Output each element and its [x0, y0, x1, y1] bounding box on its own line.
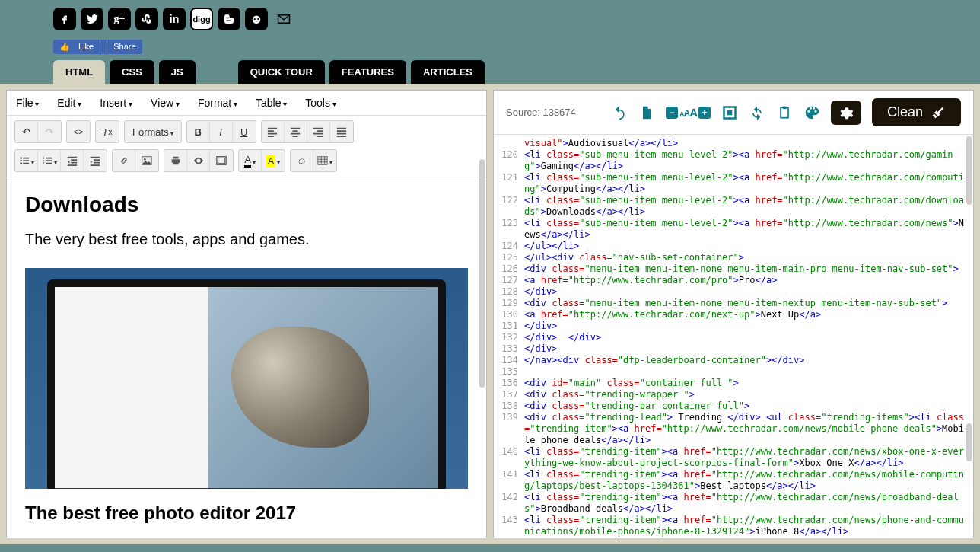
- tab-js[interactable]: JS: [159, 60, 196, 84]
- svg-point-11: [144, 158, 146, 161]
- code-line: 137<div class="trending-wrapper ">: [494, 389, 973, 400]
- editor-menubar: FileEditInsertViewFormatTableTools: [7, 91, 486, 116]
- emoji-button[interactable]: ☺: [291, 150, 313, 171]
- clear-format-button[interactable]: Tx: [96, 121, 119, 142]
- svg-rect-14: [318, 157, 327, 165]
- menu-tools[interactable]: Tools: [305, 97, 336, 109]
- code-line: 122<li class="sub-menu-item menu-level-2…: [494, 195, 973, 218]
- svg-point-2: [257, 18, 259, 20]
- source-code-button[interactable]: <>: [67, 121, 90, 142]
- stumbleupon-icon[interactable]: [135, 8, 158, 30]
- tab-articles[interactable]: ARTICLES: [411, 60, 485, 84]
- align-center-button[interactable]: [285, 121, 307, 142]
- linkedin-icon[interactable]: in: [163, 8, 186, 30]
- code-line: 121<li class="sub-menu-item menu-level-2…: [494, 172, 973, 195]
- social-row: g+ in digg: [53, 8, 927, 30]
- source-scrollbar[interactable]: [966, 136, 972, 205]
- reddit-icon[interactable]: [245, 8, 268, 30]
- compress-button[interactable]: [721, 104, 738, 121]
- menu-view[interactable]: View: [151, 97, 180, 109]
- clean-button-label: Clean: [887, 104, 923, 120]
- bg-color-button[interactable]: A: [262, 150, 285, 171]
- italic-button[interactable]: I: [210, 121, 233, 142]
- text-color-button[interactable]: A: [239, 150, 262, 171]
- svg-rect-16: [727, 110, 733, 115]
- palette-button[interactable]: [803, 104, 820, 121]
- print-button[interactable]: [164, 150, 187, 171]
- align-left-button[interactable]: [262, 121, 285, 142]
- fullscreen-button[interactable]: [210, 150, 233, 171]
- font-decrease-button[interactable]: −: [666, 107, 678, 119]
- menu-file[interactable]: File: [16, 97, 39, 109]
- source-code-pane: Source: 138674 − AAA + Clean visual">Aud…: [493, 90, 974, 538]
- nav-tabs: HTMLCSSJSQUICK TOURFEATURESARTICLES: [0, 60, 980, 84]
- formats-dropdown[interactable]: Formats: [125, 121, 181, 142]
- email-icon[interactable]: [272, 8, 295, 30]
- number-list-button[interactable]: 123: [38, 150, 61, 171]
- tab-quicktour[interactable]: QUICK TOUR: [238, 60, 325, 84]
- code-line: 142<li class="trending-item"><a href="ht…: [494, 492, 973, 515]
- font-size-control[interactable]: − AAA +: [666, 106, 711, 120]
- twitter-icon[interactable]: [81, 8, 103, 30]
- code-line: 141<li class="trending-item"><a href="ht…: [494, 469, 973, 492]
- undo-button[interactable]: ↶: [15, 121, 38, 142]
- svg-point-4: [20, 157, 22, 159]
- code-line: 126<div class="menu-item menu-item-none …: [494, 263, 973, 275]
- underline-button[interactable]: U: [233, 121, 256, 142]
- indent-button[interactable]: [84, 150, 107, 171]
- new-doc-button[interactable]: [638, 104, 655, 121]
- menu-table[interactable]: Table: [256, 97, 287, 109]
- code-line: 128</div>: [494, 286, 973, 298]
- link-button[interactable]: [113, 150, 135, 171]
- code-line: 143<li class="trending-item"><a href="ht…: [494, 515, 973, 538]
- bullet-list-button[interactable]: [15, 150, 38, 171]
- fb-like-widget[interactable]: 👍 Like Share: [53, 40, 142, 54]
- svg-rect-13: [218, 158, 225, 164]
- code-line: 131</div>: [494, 321, 973, 332]
- font-increase-button[interactable]: +: [698, 107, 711, 119]
- facebook-icon[interactable]: [53, 8, 76, 30]
- clean-button[interactable]: Clean: [872, 98, 961, 126]
- content-h1: Downloads: [25, 193, 468, 217]
- code-line: 120<li class="sub-menu-item menu-level-2…: [494, 149, 973, 172]
- bold-button[interactable]: B: [187, 121, 210, 142]
- svg-point-0: [253, 16, 261, 24]
- image-button[interactable]: [135, 150, 158, 171]
- source-scrollbar[interactable]: [966, 423, 972, 461]
- code-line: 136<div id="main" class="container full …: [494, 378, 973, 389]
- menu-format[interactable]: Format: [198, 97, 237, 109]
- svg-point-6: [20, 162, 22, 164]
- blogger-icon[interactable]: [218, 8, 240, 30]
- code-line: 138<div class="trending-bar container fu…: [494, 400, 973, 412]
- menu-insert[interactable]: Insert: [100, 97, 132, 109]
- clipboard-button[interactable]: [776, 104, 793, 121]
- refresh-button[interactable]: [749, 104, 765, 121]
- align-right-button[interactable]: [307, 121, 330, 142]
- tab-html[interactable]: HTML: [53, 60, 105, 84]
- tab-css[interactable]: CSS: [110, 60, 154, 84]
- googleplus-icon[interactable]: g+: [108, 8, 131, 30]
- table-button[interactable]: [313, 150, 336, 171]
- svg-point-1: [254, 18, 256, 20]
- fb-like-label: Like: [72, 40, 100, 53]
- redo-button[interactable]: ↷: [38, 121, 61, 142]
- settings-button[interactable]: [831, 101, 861, 125]
- preview-button[interactable]: [187, 150, 210, 171]
- tab-features[interactable]: FEATURES: [329, 60, 406, 84]
- fb-share-label: Share: [107, 40, 142, 54]
- broom-icon: [931, 105, 946, 120]
- undo-source-button[interactable]: [611, 104, 628, 121]
- editor-content[interactable]: Downloads The very best free tools, apps…: [7, 177, 486, 538]
- svg-rect-18: [782, 106, 786, 108]
- outdent-button[interactable]: [61, 150, 84, 171]
- source-code-area[interactable]: visual">Audiovisual</a></li>120<li class…: [494, 135, 973, 538]
- article-image: [25, 268, 468, 489]
- svg-text:3: 3: [42, 161, 44, 165]
- svg-point-5: [20, 160, 22, 162]
- editor-scrollbar[interactable]: [479, 159, 485, 388]
- code-line: 123<li class="sub-menu-item menu-level-2…: [494, 218, 973, 241]
- menu-edit[interactable]: Edit: [57, 97, 81, 109]
- code-line: 125</ul><div class="nav-sub-set-containe…: [494, 252, 973, 263]
- align-justify-button[interactable]: [330, 121, 353, 142]
- digg-icon[interactable]: digg: [190, 8, 213, 30]
